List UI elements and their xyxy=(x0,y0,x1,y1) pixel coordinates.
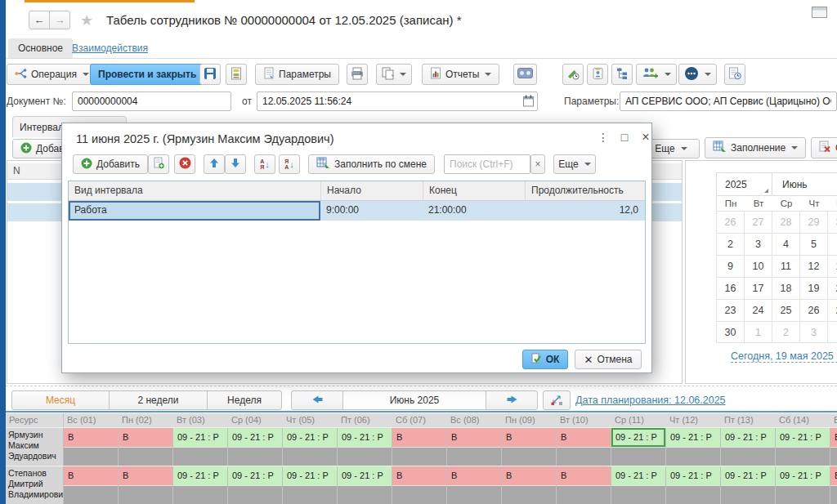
view-2weeks-button[interactable]: 2 недели xyxy=(109,390,208,410)
calendar-day[interactable]: 30 xyxy=(717,321,745,343)
day-column-header[interactable]: Пн (09) xyxy=(505,413,560,427)
schedule-chip[interactable]: В xyxy=(119,428,172,448)
schedule-chip[interactable]: 09 - 21 : Р xyxy=(283,428,337,448)
dialog-more-button[interactable]: Еще xyxy=(553,154,596,174)
clear-button[interactable]: Очистить xyxy=(811,137,837,158)
close-dialog-icon[interactable]: × xyxy=(638,129,654,145)
day-column-header[interactable]: Вт (10) xyxy=(560,413,615,427)
schedule-chip[interactable]: 09 - 21 : Р xyxy=(228,428,282,448)
forward-button[interactable]: → xyxy=(49,11,70,29)
day-column-header[interactable]: Сб (14) xyxy=(779,413,834,427)
schedule-chip[interactable]: В xyxy=(392,428,446,448)
calendar-day[interactable]: 27 xyxy=(745,211,772,233)
schedule-cell[interactable]: 09 - 21 : Р xyxy=(721,466,776,504)
schedule-cell[interactable]: В xyxy=(557,466,611,504)
schedule-chip[interactable]: 09 - 21 : Р xyxy=(611,428,665,448)
schedule-chip[interactable]: В xyxy=(830,466,837,486)
period-label[interactable]: Июнь 2025 xyxy=(342,390,486,410)
resource-name[interactable]: Степанов Дмитрий Владимирович xyxy=(6,466,64,504)
calendar-day[interactable]: 23 xyxy=(717,299,745,321)
assign-people-button[interactable] xyxy=(636,64,677,85)
schedule-cell[interactable]: В xyxy=(392,466,447,504)
cell-end[interactable]: 21:00:00 xyxy=(423,201,525,221)
save-button[interactable] xyxy=(199,64,221,85)
planning-date-link[interactable]: Дата планирования: 12.06.2025 xyxy=(575,395,726,406)
badge-button[interactable] xyxy=(587,64,608,85)
resource-name[interactable]: Ярмузин Максим Эдуардович xyxy=(6,428,64,466)
calendar-day[interactable]: 20 xyxy=(828,277,837,299)
fill-by-shift-button[interactable]: Заполнить по смене xyxy=(308,154,435,174)
schedule-chip[interactable]: В xyxy=(64,428,118,448)
calendar-day[interactable]: 4 xyxy=(828,321,837,343)
interval-row[interactable]: Работа 9:00:00 21:00:00 12,0 xyxy=(69,201,645,221)
schedule-cell[interactable]: В xyxy=(502,428,557,466)
schedule-chip[interactable]: В xyxy=(830,428,837,448)
schedule-cell[interactable]: 09 - 21 : Р xyxy=(338,428,392,466)
dialog-copy-button[interactable] xyxy=(148,154,169,174)
schedule-chip[interactable]: В xyxy=(64,466,118,486)
calendar-day[interactable]: 19 xyxy=(800,277,828,299)
calendar-day[interactable]: 5 xyxy=(800,233,828,255)
schedule-row-stepanov[interactable]: Степанов Дмитрий Владимирович ВВ09 - 21 … xyxy=(6,466,837,504)
calendar-month-select[interactable]: Июнь xyxy=(772,173,837,195)
schedule-cell[interactable]: 09 - 21 : Р xyxy=(283,428,338,466)
calendar-day[interactable]: 25 xyxy=(772,299,800,321)
move-down-button[interactable] xyxy=(225,154,246,174)
calendar-day[interactable]: 3 xyxy=(800,321,828,343)
schedule-cell[interactable]: 09 - 21 : Р xyxy=(666,428,721,466)
calendar-day[interactable]: 28 xyxy=(772,211,800,233)
calendar-day[interactable]: 16 xyxy=(717,277,745,299)
cell-duration[interactable]: 12,0 xyxy=(525,201,645,221)
parameters-button[interactable]: Параметры xyxy=(255,64,339,85)
more-actions-button[interactable] xyxy=(678,64,717,85)
schedule-cell[interactable]: В xyxy=(64,428,119,466)
schedule-cell[interactable]: 09 - 21 : Р xyxy=(721,428,776,466)
day-column-header[interactable]: Ср (11) xyxy=(615,413,669,427)
day-column-header[interactable]: Вт (03) xyxy=(177,413,231,427)
schedule-cell[interactable]: 09 - 21 : Р xyxy=(173,466,228,504)
move-up-button[interactable] xyxy=(204,154,225,174)
doc-date-input[interactable] xyxy=(257,91,538,111)
search-clear-button[interactable]: × xyxy=(530,154,545,174)
doc-number-input[interactable] xyxy=(72,91,231,111)
schedule-cell[interactable]: 09 - 21 : Р xyxy=(611,428,666,466)
scale-button[interactable] xyxy=(543,390,571,410)
resource-column-header[interactable]: Ресурс xyxy=(6,413,64,427)
schedule-cell[interactable]: 09 - 21 : Р xyxy=(776,428,830,466)
calendar-day[interactable]: 1 xyxy=(745,321,772,343)
day-column-header[interactable]: Ср (04) xyxy=(231,413,286,427)
calendar-day[interactable]: 26 xyxy=(800,299,828,321)
calendar-day[interactable]: 13 xyxy=(828,255,837,277)
calendar-day[interactable]: 24 xyxy=(745,299,772,321)
schedule-cell[interactable]: 09 - 21 : Р xyxy=(228,428,283,466)
tape-button[interactable] xyxy=(513,64,537,85)
calendar-day[interactable]: 6 xyxy=(828,233,837,255)
dialog-search-input[interactable] xyxy=(444,154,530,174)
schedule-chip[interactable]: 09 - 21 : Р xyxy=(666,428,720,448)
schedule-row-yarmuzin[interactable]: Ярмузин Максим Эдуардович ВВ09 - 21 : Р0… xyxy=(6,427,837,466)
calendar-day[interactable]: 10 xyxy=(745,255,772,277)
schedule-cell[interactable]: 09 - 21 : Р xyxy=(666,466,721,504)
day-column-header[interactable]: Вс (01) xyxy=(67,413,122,427)
calendar-day[interactable]: 2 xyxy=(772,321,800,343)
schedule-cell[interactable]: 09 - 21 : Р xyxy=(228,466,283,504)
schedule-chip[interactable]: 09 - 21 : Р xyxy=(173,466,227,486)
dialog-delete-button[interactable] xyxy=(174,154,195,174)
day-column-header[interactable]: Пт (13) xyxy=(724,413,779,427)
today-link[interactable]: Сегодня, 19 мая 2025 г. xyxy=(731,350,837,363)
col-duration[interactable]: Продолжительность xyxy=(525,181,645,200)
kebab-menu-icon[interactable]: ⋮ xyxy=(595,129,611,145)
favorite-star-icon[interactable]: ★ xyxy=(80,11,93,29)
ok-button[interactable]: ОК xyxy=(522,350,568,369)
schedule-chip[interactable]: 09 - 21 : Р xyxy=(173,428,227,448)
day-column-header[interactable]: Сб (07) xyxy=(396,413,450,427)
sort-asc-button[interactable]: АЯ↓ xyxy=(254,154,275,174)
schedule-cell[interactable]: 09 - 21 : Р xyxy=(283,466,338,504)
schedule-chip[interactable]: В xyxy=(447,466,501,486)
copy-button[interactable] xyxy=(376,64,412,85)
view-week-button[interactable]: Неделя xyxy=(207,390,282,410)
next-period-button[interactable] xyxy=(486,390,538,410)
calendar-day[interactable]: 12 xyxy=(800,255,828,277)
day-column-header[interactable]: Пт (06) xyxy=(341,413,396,427)
structure-button[interactable] xyxy=(611,64,633,85)
